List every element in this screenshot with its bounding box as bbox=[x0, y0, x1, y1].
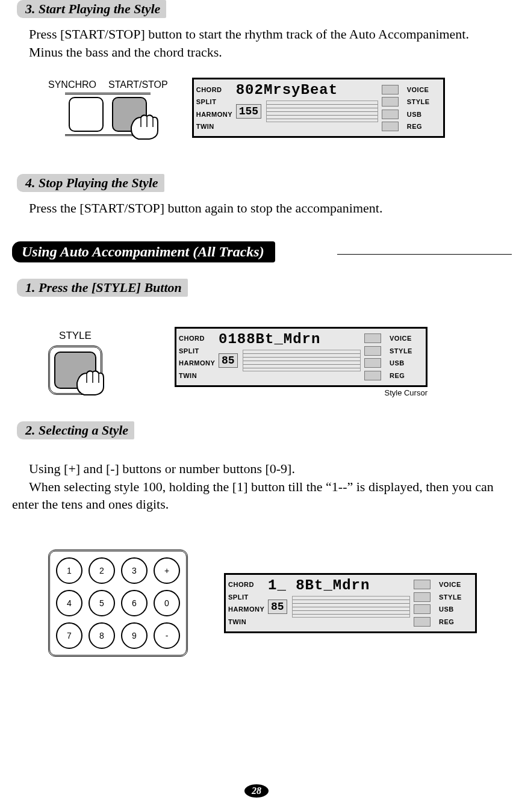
lcd-iconbox bbox=[382, 110, 399, 119]
keypad-0[interactable]: 0 bbox=[154, 590, 180, 616]
subheading-1b: 1. Press the [STYLE] Button bbox=[17, 279, 188, 297]
synchro-startstop-panel: SYNCHRO START/STOP bbox=[48, 79, 168, 136]
lcd-left-2: HARMONY bbox=[228, 606, 262, 613]
keypad-3[interactable]: 3 bbox=[121, 557, 148, 584]
lcd3-staff bbox=[292, 596, 410, 618]
lcd-right-1: STYLE bbox=[390, 347, 423, 355]
lcd-left-3: TWIN bbox=[228, 618, 262, 625]
subheading-2b: 2. Selecting a Style bbox=[17, 421, 134, 439]
lcd-left-0: CHORD bbox=[228, 581, 262, 588]
lcd-right-0: VOICE bbox=[390, 335, 423, 342]
figure-row-1: SYNCHRO START/STOP CHORD SPLIT HARMONY T… bbox=[48, 78, 501, 138]
lcd-right-2: USB bbox=[439, 606, 473, 613]
lcd-iconbox bbox=[364, 358, 381, 368]
number-keypad: 1 2 3 + 4 5 6 0 7 8 9 - bbox=[48, 550, 188, 657]
paragraph-2b-a: Using [+] and [-] buttons or number butt… bbox=[12, 460, 501, 478]
lcd-iconbox bbox=[364, 371, 381, 380]
lcd-left-3: TWIN bbox=[196, 123, 230, 130]
paragraph-2b-b: When selecting style 100, holding the [1… bbox=[12, 478, 501, 513]
synchro-button[interactable] bbox=[69, 97, 104, 132]
lcd-right-2: USB bbox=[407, 111, 441, 118]
keypad-5[interactable]: 5 bbox=[89, 590, 115, 616]
section-title: Using Auto Accompaniment (All Tracks) bbox=[12, 241, 275, 262]
lcd-iconbox bbox=[414, 617, 431, 627]
lcd-left-1: SPLIT bbox=[196, 98, 230, 105]
lcd-right-3: REG bbox=[390, 372, 423, 379]
lcd-left-0: CHORD bbox=[179, 335, 213, 342]
lcd1-staff bbox=[266, 101, 378, 122]
keypad-6[interactable]: 6 bbox=[121, 590, 148, 616]
lcd-right-1: STYLE bbox=[439, 594, 473, 601]
style-button[interactable] bbox=[54, 352, 96, 389]
lcd-screen-3: CHORD SPLIT HARMONY TWIN 1_ 8Bt_Mdrn 85 … bbox=[224, 573, 477, 633]
lcd-left-0: CHORD bbox=[196, 86, 230, 93]
lcd-iconbox bbox=[382, 122, 399, 131]
lcd2-main: 0188Bt_Mdrn bbox=[219, 331, 361, 347]
lcd2-tempo: 85 bbox=[219, 353, 238, 368]
lcd-iconbox bbox=[414, 592, 431, 602]
lcd-iconbox bbox=[382, 97, 399, 107]
label-synchro: SYNCHRO bbox=[48, 79, 96, 90]
lcd3-main: 1_ 8Bt_Mdrn bbox=[268, 577, 410, 594]
lcd-iconbox bbox=[414, 604, 431, 614]
figure-row-3: 1 2 3 + 4 5 6 0 7 8 9 - CHORD SPLIT HARM… bbox=[48, 550, 501, 657]
keypad-7[interactable]: 7 bbox=[56, 622, 82, 649]
lcd2-staff bbox=[243, 350, 361, 371]
keypad-minus[interactable]: - bbox=[154, 622, 180, 649]
keypad-4[interactable]: 4 bbox=[56, 590, 82, 616]
subheading-3: 3. Start Playing the Style bbox=[17, 0, 166, 18]
style-cursor-caption: Style Cursor bbox=[175, 388, 428, 397]
figure-row-2: STYLE CHORD SPLIT HARMONY TWIN 0188Bt_Md… bbox=[48, 327, 501, 397]
keypad-8[interactable]: 8 bbox=[89, 622, 115, 649]
lcd-right-2: USB bbox=[390, 359, 423, 367]
lcd-screen-2: CHORD SPLIT HARMONY TWIN 0188Bt_Mdrn 85 … bbox=[175, 327, 428, 387]
keypad-9[interactable]: 9 bbox=[121, 622, 148, 649]
startstop-button[interactable] bbox=[112, 97, 147, 132]
lcd-iconbox bbox=[364, 346, 381, 356]
paragraph-3: Press [START/STOP] button to start the r… bbox=[12, 25, 501, 61]
lcd-left-2: HARMONY bbox=[196, 111, 230, 118]
page-number: 28 bbox=[244, 784, 269, 798]
style-button-panel: STYLE bbox=[48, 330, 102, 395]
label-startstop: START/STOP bbox=[108, 79, 168, 90]
subheading-4: 4. Stop Playing the Style bbox=[17, 174, 164, 192]
lcd-left-1: SPLIT bbox=[228, 594, 262, 601]
hand-icon bbox=[71, 359, 113, 401]
lcd-iconbox bbox=[414, 580, 431, 589]
lcd-right-0: VOICE bbox=[407, 86, 441, 93]
lcd-iconbox bbox=[382, 85, 399, 95]
lcd-right-3: REG bbox=[439, 618, 473, 625]
keypad-1[interactable]: 1 bbox=[56, 557, 82, 584]
lcd-screen-1: CHORD SPLIT HARMONY TWIN 802MrsyBeat 155… bbox=[192, 78, 445, 138]
label-style: STYLE bbox=[59, 330, 92, 342]
lcd-iconbox bbox=[364, 333, 381, 343]
lcd1-main: 802MrsyBeat bbox=[236, 82, 378, 98]
keypad-plus[interactable]: + bbox=[154, 557, 180, 584]
lcd-right-0: VOICE bbox=[439, 581, 473, 588]
lcd-right-1: STYLE bbox=[407, 98, 441, 105]
lcd-left-2: HARMONY bbox=[179, 359, 213, 367]
keypad-2[interactable]: 2 bbox=[89, 557, 115, 584]
lcd-left-3: TWIN bbox=[179, 372, 213, 379]
lcd3-tempo: 85 bbox=[268, 600, 287, 614]
lcd1-tempo: 155 bbox=[236, 104, 261, 119]
lcd-right-3: REG bbox=[407, 123, 441, 130]
paragraph-4: Press the [START/STOP] button again to s… bbox=[12, 199, 501, 217]
lcd-left-1: SPLIT bbox=[179, 347, 213, 355]
